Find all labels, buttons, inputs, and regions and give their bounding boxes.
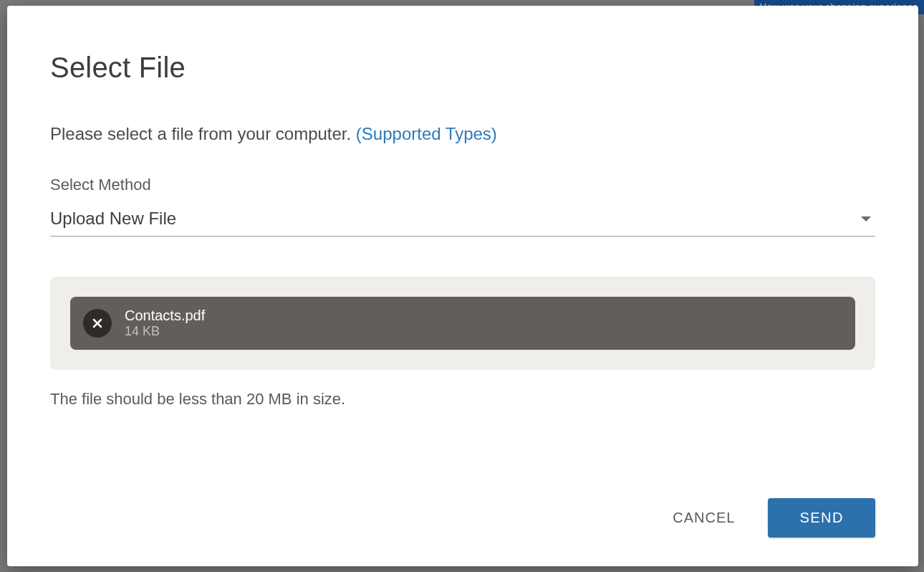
- select-method-label: Select Method: [50, 176, 875, 194]
- select-method-value: Upload New File: [50, 209, 176, 229]
- supported-types-link[interactable]: (Supported Types): [356, 124, 497, 143]
- intro-text-static: Please select a file from your computer.: [50, 124, 356, 143]
- chevron-down-icon: [861, 216, 871, 221]
- remove-file-button[interactable]: [83, 309, 112, 338]
- modal-actions: CANCEL SEND: [50, 498, 875, 538]
- file-size: 14 KB: [125, 324, 205, 340]
- send-button[interactable]: SEND: [768, 498, 875, 538]
- intro-text: Please select a file from your computer.…: [50, 124, 875, 144]
- file-meta: Contacts.pdf 14 KB: [125, 307, 205, 340]
- cancel-button[interactable]: CANCEL: [668, 500, 739, 536]
- file-size-hint: The file should be less than 20 MB in si…: [50, 390, 875, 409]
- file-dropzone[interactable]: Contacts.pdf 14 KB: [50, 277, 875, 370]
- select-method-dropdown[interactable]: Upload New File: [50, 209, 875, 237]
- close-icon: [92, 318, 103, 329]
- modal-title: Select File: [50, 52, 875, 84]
- uploaded-file-row: Contacts.pdf 14 KB: [70, 297, 855, 350]
- file-name: Contacts.pdf: [125, 307, 205, 324]
- select-file-modal: Select File Please select a file from yo…: [7, 6, 918, 566]
